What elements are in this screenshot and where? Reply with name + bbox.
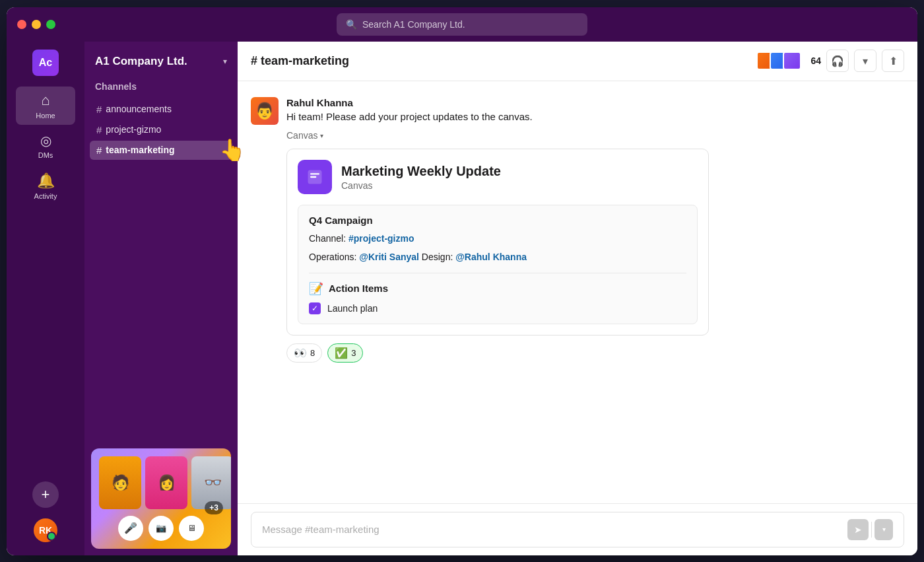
canvas-dropdown-label: Canvas: [286, 130, 317, 141]
send-divider: [871, 522, 872, 538]
action-items-title: Action Items: [329, 283, 388, 294]
send-button[interactable]: ➤: [847, 519, 869, 540]
member-avatars[interactable]: [756, 52, 801, 70]
traffic-lights: [17, 20, 55, 29]
main-content: Ac ⌂ Home ◎ DMs 🔔 Activity + RK: [7, 42, 917, 555]
video-participant-1: 🧑: [99, 456, 141, 509]
headphones-button[interactable]: 🎧: [826, 50, 849, 72]
workspace-avatar[interactable]: Ac: [32, 50, 59, 76]
home-icon: ⌂: [41, 92, 50, 109]
check-emoji: ✅: [335, 347, 348, 359]
checkbox-label: Launch plan: [327, 303, 378, 314]
channel-item-project-gizmo[interactable]: # project-gizmo: [90, 120, 232, 139]
canvas-divider: [309, 273, 686, 273]
hash-icon: #: [96, 124, 102, 135]
canvas-card-header: Marketing Weekly Update Canvas: [298, 160, 698, 194]
app-window: 🔍 Search A1 Company Ltd. Ac ⌂ Home ◎ DMs…: [7, 7, 917, 555]
chat-messages: 👨 Rahul Khanna Hi team! Please add your …: [238, 81, 917, 503]
eyes-count: 8: [310, 348, 315, 358]
add-button[interactable]: +: [32, 481, 59, 508]
member-avatar-3: [783, 52, 801, 70]
bell-icon: 🔔: [37, 172, 55, 190]
canvas-title: Marketing Weekly Update: [341, 164, 501, 179]
maximize-button[interactable]: [46, 20, 55, 29]
chat-header: # team-marketing 64 🎧 ▾ ⬆: [238, 42, 917, 81]
send-controls: ➤ ▾: [847, 519, 893, 540]
reaction-eyes[interactable]: 👀 8: [286, 343, 322, 363]
send-dropdown-button[interactable]: ▾: [874, 519, 893, 540]
header-dropdown-button[interactable]: ▾: [854, 50, 876, 72]
channel-item-team-marketing[interactable]: # team-marketing 👆: [90, 141, 232, 160]
search-icon: 🔍: [346, 19, 357, 30]
member-count: 64: [810, 55, 821, 66]
design-link[interactable]: @Rahul Khanna: [455, 252, 527, 262]
workspace-header[interactable]: A1 Company Ltd. ▾: [84, 55, 238, 81]
chevron-down-icon: ▾: [223, 57, 227, 66]
canvas-checkbox-row: ✓ Launch plan: [309, 302, 686, 314]
message-sender: Rahul Khanna: [286, 97, 904, 108]
sidebar-item-dms[interactable]: ◎ DMs: [16, 127, 75, 164]
channel-title: # team-marketing: [251, 54, 756, 68]
dms-icon: ◎: [40, 133, 51, 149]
video-more-count: +3: [205, 501, 223, 514]
chat-area: # team-marketing 64 🎧 ▾ ⬆: [238, 42, 917, 555]
reactions-row: 👀 8 ✅ 3: [286, 343, 904, 363]
header-actions: 64 🎧 ▾ ⬆: [756, 50, 904, 72]
canvas-action-header: 📝 Action Items: [309, 281, 686, 296]
canvas-people-row: Operations: @Kriti Sanyal Design: @Rahul…: [309, 250, 686, 264]
video-call-panel: 🧑 👩 👓 +3 🎤 📷 🖥: [91, 448, 231, 549]
sidebar: Ac ⌂ Home ◎ DMs 🔔 Activity + RK: [7, 42, 84, 555]
message-input-placeholder: Message #team-marketing: [262, 524, 847, 535]
search-placeholder: Search A1 Company Ltd.: [362, 19, 465, 30]
message-text: Hi team! Please add your project updates…: [286, 110, 904, 125]
minimize-button[interactable]: [32, 20, 41, 29]
eyes-emoji: 👀: [294, 347, 307, 359]
canvas-content: Q4 Campaign Channel: #project-gizmo Oper…: [298, 205, 698, 324]
close-button[interactable]: [17, 20, 26, 29]
video-off-button[interactable]: 📷: [148, 516, 174, 541]
sidebar-item-home[interactable]: ⌂ Home: [16, 87, 75, 125]
channel-panel: A1 Company Ltd. ▾ Channels # announcemen…: [84, 42, 238, 555]
compose-button[interactable]: ⬆: [882, 50, 904, 72]
reaction-check[interactable]: ✅ 3: [327, 343, 363, 363]
canvas-dropdown[interactable]: Canvas ▾: [286, 130, 323, 141]
message-body: Rahul Khanna Hi team! Please add your pr…: [286, 97, 904, 363]
operations-link[interactable]: @Kriti Sanyal: [359, 252, 419, 262]
canvas-section-title: Q4 Campaign: [309, 215, 686, 226]
message-input-box[interactable]: Message #team-marketing ➤ ▾: [251, 512, 904, 547]
video-avatars: 🧑 👩 👓: [99, 456, 223, 509]
mic-button[interactable]: 🎤: [118, 516, 143, 541]
message-row: 👨 Rahul Khanna Hi team! Please add your …: [251, 97, 904, 363]
canvas-dropdown-arrow: ▾: [320, 132, 323, 139]
hash-icon: #: [96, 104, 102, 115]
checkbox-checked[interactable]: ✓: [309, 302, 321, 314]
canvas-title-block: Marketing Weekly Update Canvas: [341, 164, 501, 191]
sidebar-item-activity[interactable]: 🔔 Activity: [16, 167, 75, 205]
canvas-card[interactable]: Marketing Weekly Update Canvas Q4 Campai…: [286, 149, 709, 335]
hash-icon: #: [96, 145, 102, 156]
canvas-subtitle: Canvas: [341, 180, 501, 191]
message-input-area: Message #team-marketing ➤ ▾: [238, 503, 917, 555]
channels-section: Channels # announcements # project-gizmo…: [84, 81, 238, 161]
video-controls: 🎤 📷 🖥: [99, 516, 223, 541]
video-participant-2: 👩: [145, 456, 187, 509]
channel-item-announcements[interactable]: # announcements: [90, 100, 232, 119]
title-bar: 🔍 Search A1 Company Ltd.: [7, 7, 917, 42]
screen-share-button[interactable]: 🖥: [179, 516, 204, 541]
notepad-icon: 📝: [309, 281, 323, 296]
channels-label: Channels: [90, 81, 232, 100]
check-count: 3: [351, 348, 356, 358]
canvas-icon: [298, 160, 332, 194]
user-avatar[interactable]: RK: [34, 518, 57, 542]
canvas-channel-row: Channel: #project-gizmo: [309, 231, 686, 246]
search-bar[interactable]: 🔍 Search A1 Company Ltd.: [337, 13, 587, 36]
channel-link[interactable]: #project-gizmo: [348, 233, 414, 244]
message-avatar: 👨: [251, 97, 279, 125]
